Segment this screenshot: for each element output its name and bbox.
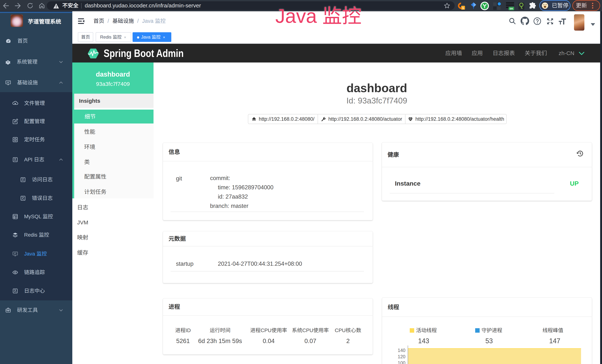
svg-text:on: on bbox=[510, 7, 513, 10]
svg-text:1: 1 bbox=[462, 6, 464, 10]
